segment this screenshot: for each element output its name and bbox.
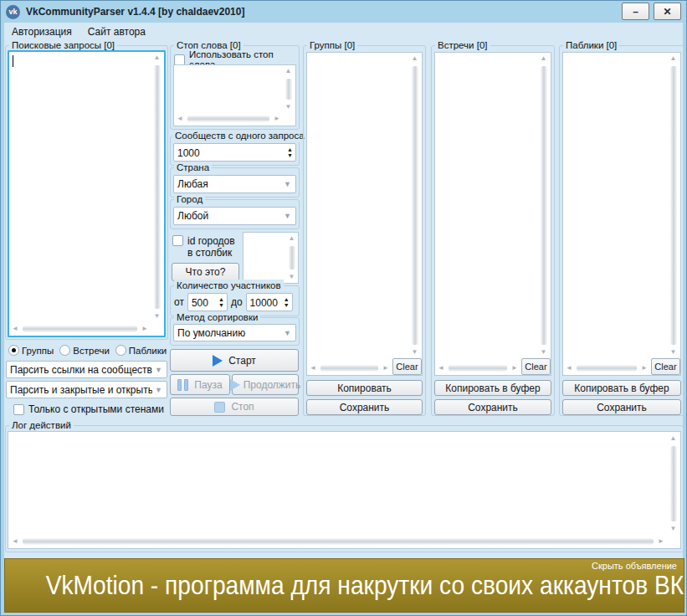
text-cursor [13, 55, 13, 67]
copy-publics-button[interactable]: Копировать в буфер [562, 380, 681, 396]
copy-publics-label: Копировать в буфер [574, 382, 669, 394]
minimize-button[interactable]: – [622, 3, 649, 20]
vertical-scrollbar[interactable]: ▲▼ [408, 54, 421, 357]
chevron-down-icon: ▼ [155, 386, 162, 394]
stop-words-input[interactable]: ▲▼ ◄► [173, 64, 296, 126]
radio-groups[interactable] [8, 345, 19, 356]
copy-groups-label: Копировать [337, 382, 392, 394]
vertical-scrollbar[interactable]: ▲▼ [282, 66, 295, 112]
ad-banner[interactable]: Скрыть объявление VkMotion - программа д… [4, 558, 684, 613]
clear-button[interactable]: Clear [392, 358, 422, 375]
per-query-value: 1000 [174, 144, 285, 161]
publics-result-list[interactable]: ▲▼ ◄► Clear [562, 52, 681, 376]
members-label: Количество участников [174, 280, 284, 292]
pause-button[interactable]: Пауза [170, 374, 230, 395]
chevron-down-icon: ▼ [284, 212, 291, 220]
stop-label: Стоп [231, 401, 254, 413]
sort-method-label: Метод сортировки [174, 311, 260, 324]
what-is-it-button[interactable]: Что это? [172, 263, 239, 281]
resume-button[interactable]: Продолжить [232, 374, 299, 395]
country-value: Любая [177, 178, 281, 190]
horizontal-scrollbar[interactable]: ◄► [10, 322, 150, 335]
radio-publics[interactable] [115, 345, 126, 356]
parse-mode-select[interactable]: Парсить ссылки на сообщества ▼ [6, 361, 167, 378]
vertical-scrollbar[interactable]: ▲▼ [151, 53, 163, 321]
action-log-output[interactable]: ▲▼ ◄► [8, 431, 681, 549]
city-select[interactable]: Любой ▼ [173, 207, 296, 225]
horizontal-scrollbar[interactable]: ◄► [308, 362, 391, 374]
action-log-label: Лог действий [9, 419, 74, 432]
result-type-radios: Группы Встречи Паблики [8, 345, 167, 356]
parse-mode-value: Парсить ссылки на сообщества [10, 364, 152, 376]
horizontal-scrollbar[interactable]: ◄► [564, 362, 649, 374]
radio-meetings-label: Встречи [73, 346, 110, 356]
app-window: vk VkCommunityParser v1.4.4 [by chaldaev… [0, 0, 687, 616]
open-walls-checkbox[interactable] [13, 404, 24, 415]
horizontal-scrollbar[interactable]: ◄► [436, 362, 520, 374]
vk-app-icon: vk [6, 5, 20, 19]
title-bar[interactable]: vk VkCommunityParser v1.4.4 [by chaldaev… [1, 1, 686, 23]
publics-result-label: Паблики [0] [563, 39, 619, 52]
copy-groups-button[interactable]: Копировать [306, 380, 423, 396]
save-meetings-label: Сохранить [468, 402, 518, 413]
clear-button[interactable]: Clear [521, 358, 551, 375]
resume-label: Продолжить [244, 379, 301, 391]
city-label: Город [174, 193, 205, 206]
open-walls-label: Только с открытыми стенами [28, 403, 164, 415]
privacy-select[interactable]: Парсить и закрытые и открытые ▼ [6, 381, 167, 398]
stop-button[interactable]: Стоп [170, 398, 299, 416]
copy-meetings-button[interactable]: Копировать в буфер [434, 380, 551, 396]
country-select[interactable]: Любая ▼ [173, 175, 296, 193]
groups-result-list[interactable]: ▲▼ ◄► Clear [306, 52, 423, 376]
vertical-scrollbar[interactable]: ▲▼ [537, 54, 550, 357]
stepper-arrows-icon[interactable]: ▲▼ [281, 294, 292, 311]
members-from-stepper[interactable]: 500 ▲▼ [187, 293, 228, 311]
vertical-scrollbar[interactable]: ▲▼ [667, 434, 679, 534]
horizontal-scrollbar[interactable]: ◄► [175, 112, 282, 125]
stepper-arrows-icon[interactable]: ▲▼ [216, 294, 227, 311]
clear-button[interactable]: Clear [651, 358, 680, 375]
members-from-value: 500 [188, 294, 216, 311]
stepper-arrows-icon[interactable]: ▲▼ [285, 144, 295, 161]
vertical-scrollbar[interactable]: ▲▼ [667, 54, 679, 357]
ad-banner-text: VkMotion - программа для накрутки со сво… [46, 570, 643, 601]
per-query-label: Сообществ с одного запроса [172, 130, 307, 142]
menu-bar: Авторизация Сайт автора [4, 23, 683, 41]
members-to-stepper[interactable]: 10000 ▲▼ [246, 293, 293, 311]
city-group: Город Любой ▼ [170, 199, 300, 229]
per-query-stepper[interactable]: 1000 ▲▼ [173, 143, 296, 162]
radio-meetings[interactable] [59, 345, 70, 356]
save-publics-button[interactable]: Сохранить [562, 399, 681, 415]
window-title: VkCommunityParser v1.4.4 [by chaldaev201… [26, 6, 244, 18]
members-from-label: от [174, 296, 184, 308]
pause-label: Пауза [194, 379, 222, 391]
privacy-value: Парсить и закрытые и открытые [10, 384, 152, 396]
use-stop-words-checkbox[interactable] [174, 54, 185, 65]
open-walls-row: Только с открытыми стенами [13, 403, 164, 415]
meetings-result-group: Встречи [0] ▲▼ ◄► Clear Копировать в буф… [431, 45, 555, 416]
groups-result-label: Группы [0] [307, 39, 357, 52]
window-controls: – ✕ [622, 3, 681, 20]
meetings-result-list[interactable]: ▲▼ ◄► Clear [434, 52, 551, 376]
horizontal-scrollbar[interactable]: ◄► [10, 535, 666, 547]
close-button[interactable]: ✕ [654, 3, 681, 20]
city-ids-row: id городов в столбик [172, 235, 241, 259]
city-ids-checkbox[interactable] [172, 235, 183, 246]
vertical-scrollbar[interactable]: ▲▼ [286, 234, 297, 282]
stop-icon [214, 402, 225, 413]
stop-words-group: Стоп слова [0] Использовать стоп слова ▲… [170, 45, 300, 130]
city-value: Любой [177, 210, 281, 222]
start-button[interactable]: Старт [170, 349, 299, 372]
city-ids-label: id городов в столбик [187, 235, 241, 259]
city-ids-list[interactable]: ▲▼ [243, 232, 299, 284]
what-is-it-label: Что это? [186, 266, 226, 278]
search-queries-input[interactable]: ▲▼ ◄► [8, 50, 166, 337]
pause-icon [177, 379, 188, 391]
sort-method-select[interactable]: По умолчанию ▼ [173, 324, 296, 341]
save-groups-button[interactable]: Сохранить [306, 399, 423, 415]
play-icon [230, 379, 240, 391]
save-meetings-button[interactable]: Сохранить [434, 399, 551, 415]
client-area: Авторизация Сайт автора Поисковые запрос… [4, 23, 683, 612]
members-range-row: от 500 ▲▼ до 10000 ▲▼ [174, 293, 293, 311]
radio-groups-label: Группы [22, 346, 54, 356]
